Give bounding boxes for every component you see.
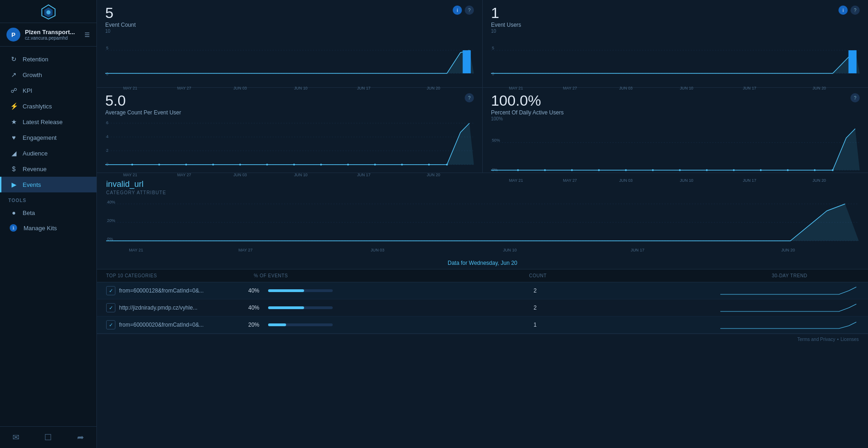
svg-point-31	[132, 164, 133, 166]
audience-icon: ◢	[10, 149, 18, 157]
event-count-chart: 5 0 MAY 21 MAY 27 JUN 03 JUN 10 JUN 17 J…	[105, 36, 474, 92]
svg-point-55	[544, 169, 546, 171]
event-count-info: 5 Event Count 10	[105, 6, 136, 34]
sidebar-item-beta-label: Beta	[23, 209, 35, 216]
svg-text:JUN 10: JUN 10	[503, 248, 517, 252]
sidebar-item-audience-label: Audience	[23, 150, 48, 157]
pct-bar-fill-2	[268, 323, 286, 326]
sidebar-item-revenue-label: Revenue	[23, 166, 47, 173]
category-bar-chart: 40% 20% 0% MAY 21 MAY 27 JUN 03 JUN 10 J…	[97, 197, 868, 257]
svg-rect-16	[849, 50, 857, 73]
pct-active-chart: 50% 0% MAY 21	[491, 124, 860, 184]
sidebar-item-crashlytics[interactable]: ⚡ Crashlytics	[0, 98, 96, 114]
event-count-info-btn[interactable]: i	[453, 6, 462, 15]
sidebar-item-revenue[interactable]: $ Revenue	[0, 161, 96, 177]
sidebar-item-latest-release[interactable]: ★ Latest Release	[0, 114, 96, 130]
svg-point-0	[46, 10, 50, 14]
svg-text:JUN 10: JUN 10	[294, 173, 307, 177]
footer-licenses[interactable]: Licenses	[841, 337, 859, 342]
mail-icon[interactable]: ✉	[12, 432, 19, 442]
sidebar-item-manage-kits-label: Manage Kits	[24, 225, 57, 232]
row-checkbox-1[interactable]: ✓	[106, 303, 115, 312]
svg-text:JUN 03: JUN 03	[619, 178, 633, 183]
sidebar-item-kpi[interactable]: ☍ KPI	[0, 83, 96, 98]
col-header-count: COUNT	[355, 273, 720, 278]
sidebar-item-crashlytics-label: Crashlytics	[23, 103, 52, 110]
edit-org-icon[interactable]: ☰	[84, 31, 90, 38]
sidebar-item-retention-label: Retention	[23, 56, 48, 63]
share-icon[interactable]: ➦	[77, 432, 84, 442]
sidebar-item-retention[interactable]: ↻ Retention	[0, 51, 96, 67]
row-count-1: 2	[350, 305, 720, 311]
col-header-categories: TOP 10 CATEGORIES	[106, 273, 254, 278]
event-attr-label: CATEGORY ATTRIBUTE	[106, 190, 859, 195]
avg-count-top: 5.0 Average Count Per Event User ?	[105, 93, 474, 116]
footer-terms[interactable]: Terms and Privacy	[797, 337, 835, 342]
svg-point-59	[652, 169, 654, 171]
event-count-top: 5 Event Count 10 i ?	[105, 6, 474, 34]
svg-text:JUN 20: JUN 20	[427, 173, 440, 177]
svg-text:JUN 20: JUN 20	[781, 248, 795, 252]
svg-text:0%: 0%	[492, 167, 498, 172]
pct-bar-fill-1	[268, 306, 304, 309]
row-checkbox-0[interactable]: ✓	[106, 286, 115, 295]
row-name-1: http://jizdnirady.pmdp.cz/vyhle...	[119, 305, 248, 311]
footer-bar: Terms and Privacy • Licenses	[97, 334, 868, 345]
svg-point-58	[625, 169, 627, 171]
svg-text:0: 0	[492, 72, 494, 76]
pct-bar-bg-0	[268, 289, 333, 292]
event-users-info-btn[interactable]: i	[838, 6, 848, 15]
svg-text:JUN 10: JUN 10	[680, 178, 693, 183]
event-count-icons: i ?	[453, 6, 474, 15]
sidebar-item-growth[interactable]: ↗ Growth	[0, 67, 96, 83]
avg-count-value: 5.0	[105, 93, 181, 108]
sidebar-item-manage-kits[interactable]: 1 Manage Kits	[0, 221, 96, 235]
org-info: Plzen Transport... cz.vancura.pepamhd	[25, 29, 80, 41]
row-pct-1: 40%	[248, 305, 350, 311]
data-note: Data for Wednesday, Jun 20	[97, 257, 868, 269]
row-checkbox-2[interactable]: ✓	[106, 320, 115, 329]
sidebar: P Plzen Transport... cz.vancura.pepamhd …	[0, 0, 97, 448]
data-date: Wednesday, Jun 20	[469, 260, 517, 266]
footer-separator: •	[837, 337, 839, 342]
sidebar-item-events[interactable]: ▶ Events	[0, 177, 96, 192]
table-row: ✓ from=60000020&fromCatInd=0&... 20% 1	[97, 317, 868, 334]
row-pct-label-0: 40%	[248, 287, 264, 294]
engagement-icon: ♥	[10, 133, 18, 142]
event-count-help-btn[interactable]: ?	[465, 6, 474, 15]
avg-count-info: 5.0 Average Count Per Event User	[105, 93, 181, 116]
logo	[0, 0, 96, 23]
avg-count-help-btn[interactable]: ?	[465, 93, 474, 102]
sidebar-item-growth-label: Growth	[23, 72, 42, 78]
table-row: ✓ from=60000128&fromCatInd=0&... 40% 2	[97, 282, 868, 299]
svg-rect-5	[463, 50, 471, 73]
sidebar-item-beta[interactable]: ● Beta	[0, 205, 96, 221]
svg-point-54	[517, 169, 519, 171]
svg-point-66	[832, 169, 834, 171]
bookmark-icon[interactable]: ☐	[44, 432, 52, 442]
data-note-text: Data for	[448, 260, 467, 266]
event-count-panel: 5 Event Count 10 i ? 5 0	[97, 0, 483, 87]
col-header-trend: 30-DAY TREND	[720, 273, 859, 278]
event-users-help-btn[interactable]: ?	[850, 6, 860, 15]
svg-point-56	[571, 169, 573, 171]
pct-active-help-btn[interactable]: ?	[850, 93, 860, 102]
row-name-2: from=60000020&fromCatInd=0&...	[119, 322, 248, 328]
event-count-label: Event Count	[105, 22, 136, 28]
sidebar-nav: ↻ Retention ↗ Growth ☍ KPI ⚡ Crashlytics…	[0, 47, 96, 426]
svg-point-62	[733, 169, 735, 171]
pct-active-value: 100.0%	[491, 93, 563, 108]
sidebar-item-kpi-label: KPI	[23, 87, 32, 94]
event-users-panel: 1 Event Users 10 i ? 5 0	[483, 0, 868, 87]
svg-text:MAY 21: MAY 21	[509, 178, 523, 183]
sidebar-item-engagement[interactable]: ♥ Engagement	[0, 130, 96, 145]
crashlytics-icon: ⚡	[10, 102, 18, 110]
growth-icon: ↗	[10, 71, 18, 79]
sidebar-item-audience[interactable]: ◢ Audience	[0, 145, 96, 161]
svg-point-40	[374, 164, 376, 166]
svg-text:40%: 40%	[107, 200, 115, 204]
sidebar-item-engagement-label: Engagement	[23, 134, 57, 141]
pct-bar-bg-1	[268, 306, 333, 309]
event-users-sub: 10	[491, 29, 521, 34]
row-count-0: 2	[350, 287, 720, 294]
